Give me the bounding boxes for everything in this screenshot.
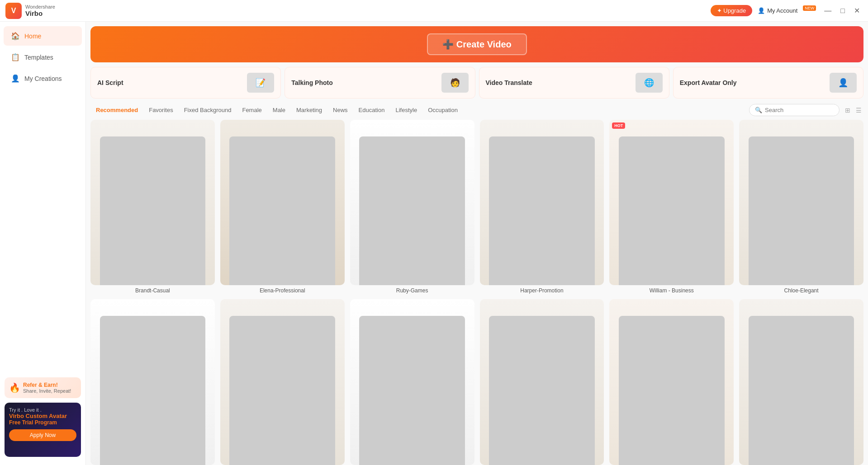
export-avatar-image: 👤 — [830, 73, 857, 93]
avatar-card[interactable]: Arjun - Araber — [350, 299, 474, 465]
refer-subtitle: Share, Invite, Repeat! — [23, 388, 71, 394]
avatar-image — [90, 299, 215, 465]
sidebar-item-home-label: Home — [24, 33, 41, 40]
hot-badge: HOT — [612, 122, 625, 129]
filter-tab-favorites[interactable]: Favorites — [143, 104, 178, 116]
video-translate-label: Video Translate — [486, 79, 532, 86]
refer-text: Refer & Earn! Share, Invite, Repeat! — [23, 382, 71, 394]
avatar-image — [350, 299, 474, 465]
avatar-person — [619, 136, 725, 286]
avatar-person — [359, 136, 465, 286]
view-icons: ⊞ ☰ — [843, 105, 863, 116]
sidebar-item-templates-label: Templates — [24, 54, 53, 61]
avatar-person — [619, 316, 725, 465]
logo-icon: V — [11, 7, 16, 15]
trial-prefix: Try it . Love it . — [9, 407, 76, 413]
upgrade-button[interactable]: ✦ Upgrade — [711, 5, 752, 16]
hero-banner[interactable]: ➕ Create Video — [90, 26, 863, 62]
filter-tab-female[interactable]: Female — [237, 104, 267, 116]
window-controls: — □ ✕ — [821, 5, 863, 16]
fire-icon: 🔥 — [9, 382, 20, 393]
avatar-name: Brandt-Casual — [90, 287, 215, 294]
feature-card-ai-script[interactable]: AI Script 📝 — [90, 67, 281, 99]
avatar-image — [480, 120, 604, 285]
feature-card-talking-photo[interactable]: Talking Photo 🧑 — [285, 67, 475, 99]
avatar-trial-banner[interactable]: Try it . Love it . Virbo Custom Avatar F… — [5, 403, 81, 457]
templates-icon: 📋 — [11, 53, 20, 61]
myaccount-button[interactable]: 👤 My Account — [758, 7, 797, 14]
avatar-image: HOT — [609, 120, 734, 285]
avatar-image — [739, 120, 863, 285]
home-icon: 🏠 — [11, 32, 20, 40]
grid-view-icon[interactable]: ⊞ — [843, 105, 852, 116]
avatar-image — [220, 299, 345, 465]
sidebar-bottom: 🔥 Refer & Earn! Share, Invite, Repeat! T… — [0, 373, 85, 461]
talking-photo-label: Talking Photo — [291, 79, 333, 86]
avatar-card[interactable]: Ruby-Formal — [220, 299, 345, 465]
avatar-person — [489, 316, 595, 465]
sidebar-item-home[interactable]: 🏠 Home — [4, 26, 82, 46]
list-view-icon[interactable]: ☰ — [854, 105, 863, 116]
filter-row: Recommended Favorites Fixed Background F… — [86, 102, 868, 120]
avatar-card[interactable]: Brandt-Casual — [90, 120, 215, 294]
avatar-person — [229, 136, 335, 286]
filter-tab-occupation[interactable]: Occupation — [422, 104, 463, 116]
titlebar-right: ✦ Upgrade 👤 My Account NEW — □ ✕ — [711, 5, 863, 16]
search-box: 🔍 — [749, 104, 840, 116]
avatar-name: Ruby-Games — [350, 287, 474, 294]
free-trial-label: Free Trial Program — [9, 419, 76, 426]
feature-card-export-avatar[interactable]: Export Avatar Only 👤 — [673, 67, 863, 99]
avatar-image — [609, 299, 734, 465]
filter-tab-recommended[interactable]: Recommended — [90, 104, 143, 116]
avatar-card[interactable]: Mina - Hanfu — [609, 299, 734, 465]
refer-title: Refer & Earn! — [23, 382, 71, 388]
avatar-image — [90, 120, 215, 285]
minimize-icon[interactable]: — — [821, 6, 834, 16]
avatar-person — [489, 136, 595, 286]
sidebar-item-my-creations[interactable]: 👤 My Creations — [4, 69, 82, 88]
avatar-card[interactable]: HOTWilliam - Business — [609, 120, 734, 294]
sidebar-item-templates[interactable]: 📋 Templates — [4, 47, 82, 67]
avatar-grid: Brandt-CasualElena-ProfessionalRuby-Game… — [86, 120, 868, 465]
filter-tab-lifestyle[interactable]: Lifestyle — [390, 104, 422, 116]
product-name: Virbo — [25, 9, 55, 17]
filter-tab-marketing[interactable]: Marketing — [291, 104, 327, 116]
video-translate-image: 🌐 — [636, 73, 663, 93]
maximize-icon[interactable]: □ — [838, 6, 848, 16]
avatar-card[interactable]: Chloe-Elegant — [739, 120, 863, 294]
avatar-person — [359, 316, 465, 465]
filter-tab-news[interactable]: News — [327, 104, 353, 116]
avatar-person — [229, 316, 335, 465]
new-badge: NEW — [803, 5, 816, 11]
avatar-card[interactable]: Gabriel-Business — [480, 299, 604, 465]
creations-icon: 👤 — [11, 74, 20, 83]
avatar-card[interactable]: Harper-Promotion — [480, 120, 604, 294]
filter-tab-education[interactable]: Education — [353, 104, 390, 116]
avatar-person — [749, 136, 854, 286]
avatar-name: Harper-Promotion — [480, 287, 604, 294]
ai-script-image: 📝 — [247, 73, 274, 93]
search-icon: 🔍 — [755, 107, 762, 113]
avatar-card[interactable]: Elena-Professional — [220, 120, 345, 294]
app-name: Wondershare Virbo — [25, 4, 55, 17]
create-video-button[interactable]: ➕ Create Video — [427, 33, 526, 55]
search-input[interactable] — [765, 107, 834, 113]
avatar-card[interactable]: Giulia-Business — [90, 299, 215, 465]
feature-card-video-translate[interactable]: Video Translate 🌐 — [479, 67, 669, 99]
content-area: ➕ Create Video AI Script 📝 Talking Photo… — [86, 22, 868, 465]
apply-now-button[interactable]: Apply Now — [9, 429, 76, 441]
avatar-person — [749, 316, 854, 465]
export-avatar-label: Export Avatar Only — [680, 79, 737, 86]
avatar-card[interactable]: Ruby-Games — [350, 120, 474, 294]
filter-tab-male[interactable]: Male — [267, 104, 291, 116]
close-icon[interactable]: ✕ — [851, 5, 863, 16]
avatar-name: William - Business — [609, 287, 734, 294]
talking-photo-image: 🧑 — [441, 73, 469, 93]
titlebar: V Wondershare Virbo ✦ Upgrade 👤 My Accou… — [0, 0, 868, 22]
refer-earn-banner[interactable]: 🔥 Refer & Earn! Share, Invite, Repeat! — [5, 377, 81, 398]
avatar-card[interactable]: John-Marketer — [739, 299, 863, 465]
account-icon: 👤 — [758, 7, 765, 14]
avatar-image — [350, 120, 474, 285]
filter-tab-fixed-background[interactable]: Fixed Background — [179, 104, 237, 116]
ai-script-label: AI Script — [97, 79, 123, 86]
